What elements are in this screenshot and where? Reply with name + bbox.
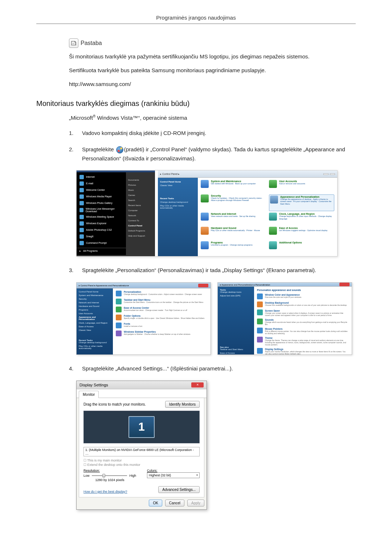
screenshot-control-panel: Internet E-mail Welcome Center Windows M… bbox=[76, 170, 356, 257]
cp-cat-hardware[interactable]: Hardware and SoundPlay CDs or other medi… bbox=[201, 227, 266, 239]
side-link[interactable]: Hardware and Sound bbox=[79, 305, 111, 307]
close-icon[interactable] bbox=[198, 284, 208, 287]
pers-heading: Personalize appearance and sounds bbox=[257, 289, 349, 291]
item-screen-saver[interactable]: Screen SaverChange your screen saver or … bbox=[257, 309, 349, 316]
item-theme[interactable]: ThemeChange the theme. Themes can change… bbox=[257, 337, 349, 346]
cp-side-classic[interactable]: Classic View bbox=[160, 184, 196, 186]
side-link[interactable]: Classic View bbox=[79, 329, 111, 331]
start-item[interactable]: Adobe Photoshop CS2 bbox=[77, 227, 126, 233]
start-place[interactable]: Games bbox=[128, 194, 153, 196]
item-taskbar[interactable]: Taskbar and Start MenuCustomize the Star… bbox=[116, 299, 208, 304]
cp-cat-security[interactable]: SecurityCheck for updates · Check this c… bbox=[201, 194, 266, 211]
tab-monitor[interactable]: Monitor bbox=[79, 391, 99, 398]
cp-cat-appearance[interactable]: Appearance and PersonalizationChange the… bbox=[269, 194, 334, 211]
item-mouse[interactable]: Mouse PointersPick a different mouse poi… bbox=[257, 328, 349, 335]
side-link[interactable]: Control Panel Home bbox=[79, 291, 111, 293]
resolution-slider[interactable]: Low High bbox=[83, 474, 136, 477]
identify-monitors-button[interactable]: Identify Monitors bbox=[165, 401, 200, 408]
start-item[interactable]: Welcome Center bbox=[77, 187, 126, 193]
window-titlebar: ▸ Appearance and Personalization ▸ Perso… bbox=[218, 283, 352, 287]
all-programs[interactable]: ▸All Programs bbox=[77, 248, 126, 254]
item-ease[interactable]: Ease of Access CenterAccommodate low vis… bbox=[116, 307, 208, 312]
cp-cat-ease[interactable]: Ease of AccessLet Windows suggest settin… bbox=[269, 227, 334, 239]
cp-address-bar[interactable]: ▸ Control Panel ▸ bbox=[158, 171, 337, 178]
note-block: Pastaba Ši monitoriaus tvarkyklė yra paž… bbox=[69, 38, 356, 89]
close-icon[interactable] bbox=[339, 283, 350, 286]
section-heading: Monitoriaus tvarkyklės diegimas (rankini… bbox=[36, 99, 356, 108]
start-item[interactable]: Windows Meeting Space bbox=[77, 214, 126, 220]
monitor-1-icon[interactable]: 1 bbox=[128, 416, 155, 438]
cp-cat-users[interactable]: User AccountsAdd or remove user accounts bbox=[269, 180, 334, 193]
see-also-link[interactable]: Taskbar and Start Menu bbox=[220, 348, 252, 350]
item-personalization[interactable]: PersonalizationChange desktop background… bbox=[116, 291, 208, 296]
section-subheading: „Microsoft® Windows Vista™“, operacinė s… bbox=[69, 114, 356, 121]
side-link-active[interactable]: Appearance and Personalization bbox=[79, 316, 111, 320]
display-settings-dialog: Display Settings ✕ Monitor Drag the icon… bbox=[76, 381, 207, 510]
start-item[interactable]: Windows Live Messenger Download bbox=[77, 206, 126, 214]
item-sounds[interactable]: SoundsChange which sounds are heard when… bbox=[257, 319, 349, 325]
step-1-text: Vadovo kompaktinį diską įdėkite į CD-ROM… bbox=[82, 129, 356, 138]
task-link[interactable]: Change desktop icons bbox=[220, 291, 252, 293]
dialog-titlebar: Display Settings ✕ bbox=[77, 381, 207, 389]
cp-cat-additional[interactable]: Additional Options bbox=[269, 241, 334, 254]
start-place[interactable]: Network bbox=[128, 214, 153, 217]
cp-recent-task[interactable]: Play CDs or other media automatically bbox=[160, 205, 196, 209]
colors-select[interactable]: Highest (32 bit) bbox=[147, 472, 200, 478]
monitor-preview-area[interactable]: 1 bbox=[83, 411, 200, 443]
item-folder[interactable]: Folder OptionsSpecify single- or double-… bbox=[116, 315, 208, 320]
start-place[interactable]: Documents bbox=[128, 179, 153, 181]
monitor-select[interactable]: 1. (Multiple Monitors) on NVIDIA GeForce… bbox=[83, 447, 200, 456]
side-link[interactable]: Security bbox=[79, 298, 111, 300]
item-sidebar[interactable]: Windows Sidebar PropertiesAdd gadgets to… bbox=[116, 331, 208, 336]
cp-cat-system[interactable]: System and MaintenanceGet started with W… bbox=[201, 180, 266, 193]
start-menu: Internet E-mail Welcome Center Windows M… bbox=[77, 171, 155, 256]
step-1-number: 1. bbox=[69, 129, 75, 138]
item-window-color[interactable]: Window Color and AppearanceFine tune the… bbox=[257, 294, 349, 299]
cp-cat-programs[interactable]: ProgramsUninstall a program · Change sta… bbox=[201, 241, 266, 254]
start-item[interactable]: Windows Media Player bbox=[77, 193, 126, 200]
cp-recent-task[interactable]: Change desktop background bbox=[160, 201, 196, 203]
start-item[interactable]: Internet bbox=[77, 174, 126, 180]
cp-recent-heading: Recent Tasks bbox=[160, 197, 196, 200]
start-place[interactable]: Default Programs bbox=[128, 230, 153, 232]
start-item[interactable]: SnagIt bbox=[77, 233, 126, 240]
side-link[interactable]: Programs bbox=[79, 309, 111, 311]
item-fonts[interactable]: FontsInstall or remove a font bbox=[116, 323, 208, 328]
window-titlebar: ▸ Control Panel ▸ Appearance and Persona… bbox=[77, 283, 211, 288]
start-place[interactable]: Pictures bbox=[128, 184, 153, 186]
start-menu-places: Documents Pictures Music Games Search Re… bbox=[126, 172, 155, 255]
side-link[interactable]: Network and Internet bbox=[79, 301, 111, 304]
cp-cat-network[interactable]: Network and InternetView network status … bbox=[201, 213, 266, 225]
start-place[interactable]: Computer bbox=[128, 209, 153, 212]
side-link[interactable]: System and Maintenance bbox=[79, 294, 111, 296]
start-place[interactable]: Search bbox=[128, 199, 153, 201]
cp-cat-clock[interactable]: Clock, Language, and RegionChange keyboa… bbox=[269, 213, 334, 225]
see-also-link[interactable]: Change desktop background bbox=[79, 341, 111, 344]
item-desktop-bg[interactable]: Desktop BackgroundChoose from available … bbox=[257, 301, 349, 307]
start-place[interactable]: Connect To bbox=[128, 219, 153, 222]
start-place[interactable]: Recent Items bbox=[128, 204, 153, 206]
cancel-button[interactable]: Cancel bbox=[165, 500, 184, 506]
start-place-control-panel[interactable]: Control Panel bbox=[128, 225, 153, 227]
start-item[interactable]: Command Prompt bbox=[77, 240, 126, 246]
start-item[interactable]: Windows Photo Gallery bbox=[77, 200, 126, 206]
start-item[interactable]: E-mail bbox=[77, 180, 126, 187]
advanced-settings-button[interactable]: Advanced Settings... bbox=[158, 486, 200, 493]
start-place[interactable]: Help and Support bbox=[128, 235, 153, 237]
start-item[interactable]: Windows Explorer bbox=[77, 220, 126, 227]
ok-button[interactable]: OK bbox=[149, 500, 162, 506]
appearance-main: PersonalizationChange desktop background… bbox=[113, 288, 211, 354]
start-orb-icon bbox=[116, 146, 123, 153]
side-link[interactable]: User Accounts bbox=[79, 312, 111, 315]
side-link[interactable]: Clock, Language, and Region bbox=[79, 322, 111, 324]
start-place[interactable]: Music bbox=[128, 189, 153, 191]
help-link[interactable]: How do I get the best display? bbox=[83, 490, 127, 493]
cp-side-home[interactable]: Control Panel Home bbox=[160, 181, 196, 183]
appearance-window: ▸ Control Panel ▸ Appearance and Persona… bbox=[76, 282, 211, 355]
side-link[interactable]: Ease of Access bbox=[79, 325, 111, 328]
item-display-settings[interactable]: Display SettingsAdjust your monitor reso… bbox=[257, 348, 349, 355]
see-also-link[interactable]: Play CDs or other media automatically bbox=[79, 345, 111, 349]
close-icon[interactable]: ✕ bbox=[191, 382, 204, 387]
task-link[interactable]: Adjust font size (DPI) bbox=[220, 295, 252, 297]
see-also-link[interactable]: Ease of Access bbox=[220, 352, 252, 354]
